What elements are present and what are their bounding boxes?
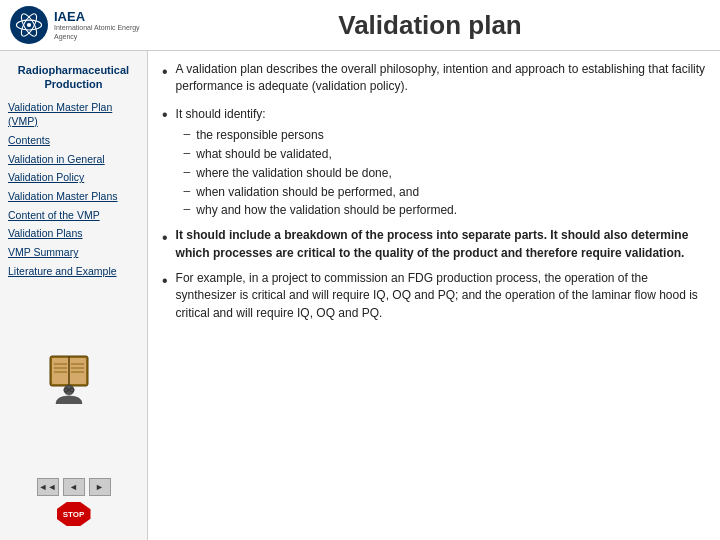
- sidebar-section-title: Radiopharmaceutical Production: [0, 59, 147, 94]
- sidebar-item-validation-general[interactable]: Validation in General: [0, 150, 147, 169]
- sidebar-item-validation-policy[interactable]: Validation Policy: [0, 168, 147, 187]
- logo-subtext: International Atomic Energy Agency: [54, 24, 150, 41]
- sub-dash-2: –: [184, 146, 191, 160]
- sub-text-1: the responsible persons: [196, 127, 323, 144]
- bullet-item-2: • It should identify: – the responsible …: [162, 104, 706, 219]
- sidebar-image-area: [0, 284, 147, 472]
- bullet-item-1: • A validation plan describes the overal…: [162, 61, 706, 96]
- bullet-text-2: It should identify:: [176, 107, 266, 121]
- logo-circle: [10, 6, 48, 44]
- body-row: Radiopharmaceutical Production Validatio…: [0, 51, 720, 540]
- logo-iaea-text: IAEA: [54, 9, 150, 24]
- bullet-text-3: It should include a breakdown of the pro…: [176, 227, 706, 262]
- sub-dash-3: –: [184, 165, 191, 179]
- sub-dash-4: –: [184, 184, 191, 198]
- sidebar-item-contents[interactable]: Contents: [0, 131, 147, 150]
- bullet-dot-1: •: [162, 62, 168, 83]
- bullet-dot-4: •: [162, 271, 168, 292]
- book-person-icon: [42, 346, 106, 410]
- sidebar: Radiopharmaceutical Production Validatio…: [0, 51, 148, 540]
- sub-text-2: what should be validated,: [196, 146, 331, 163]
- sub-dash-5: –: [184, 202, 191, 216]
- sidebar-item-vmp-summary[interactable]: VMP Summary: [0, 243, 147, 262]
- bullet-dot-3: •: [162, 228, 168, 249]
- bullet-item-3: • It should include a breakdown of the p…: [162, 227, 706, 262]
- sidebar-bottom: ◄◄ ◄ ► STOP: [0, 472, 147, 532]
- sidebar-item-content-vmp[interactable]: Content of the VMP: [0, 206, 147, 225]
- page-title-area: Validation plan: [150, 10, 710, 41]
- stop-button[interactable]: STOP: [57, 502, 91, 526]
- page-title: Validation plan: [338, 10, 521, 40]
- nav-next-button[interactable]: ►: [89, 478, 111, 496]
- main-content: • A validation plan describes the overal…: [148, 51, 720, 540]
- sub-item-4: – when validation should be performed, a…: [184, 184, 458, 201]
- bullet-dot-2: •: [162, 105, 168, 126]
- sub-item-2: – what should be validated,: [184, 146, 458, 163]
- sub-item-1: – the responsible persons: [184, 127, 458, 144]
- sidebar-item-validation-plans[interactable]: Validation Plans: [0, 224, 147, 243]
- sidebar-item-literature[interactable]: Literature and Example: [0, 262, 147, 281]
- nav-buttons: ◄◄ ◄ ►: [37, 478, 111, 496]
- bullet-text-4: For example, in a project to commission …: [176, 270, 706, 322]
- nav-prev-button[interactable]: ◄: [63, 478, 85, 496]
- header: IAEA International Atomic Energy Agency …: [0, 0, 720, 51]
- bullet-item-4: • For example, in a project to commissio…: [162, 270, 706, 322]
- logo-text-area: IAEA International Atomic Energy Agency: [54, 9, 150, 41]
- nav-first-button[interactable]: ◄◄: [37, 478, 59, 496]
- sub-list-2: – the responsible persons – what should …: [184, 127, 458, 219]
- sub-text-5: why and how the validation should be per…: [196, 202, 457, 219]
- sidebar-item-vmp[interactable]: Validation Master Plan (VMP): [0, 98, 147, 131]
- sub-dash-1: –: [184, 127, 191, 141]
- bullet-section: • A validation plan describes the overal…: [162, 61, 706, 322]
- sub-item-5: – why and how the validation should be p…: [184, 202, 458, 219]
- svg-point-4: [27, 23, 31, 27]
- sub-text-4: when validation should be performed, and: [196, 184, 419, 201]
- sidebar-item-validation-master-plans[interactable]: Validation Master Plans: [0, 187, 147, 206]
- logo-area: IAEA International Atomic Energy Agency: [10, 6, 150, 44]
- sidebar-nav: Validation Master Plan (VMP) Contents Va…: [0, 94, 147, 285]
- bullet-text-1: A validation plan describes the overall …: [176, 61, 706, 96]
- sub-text-3: where the validation should be done,: [196, 165, 391, 182]
- sub-item-3: – where the validation should be done,: [184, 165, 458, 182]
